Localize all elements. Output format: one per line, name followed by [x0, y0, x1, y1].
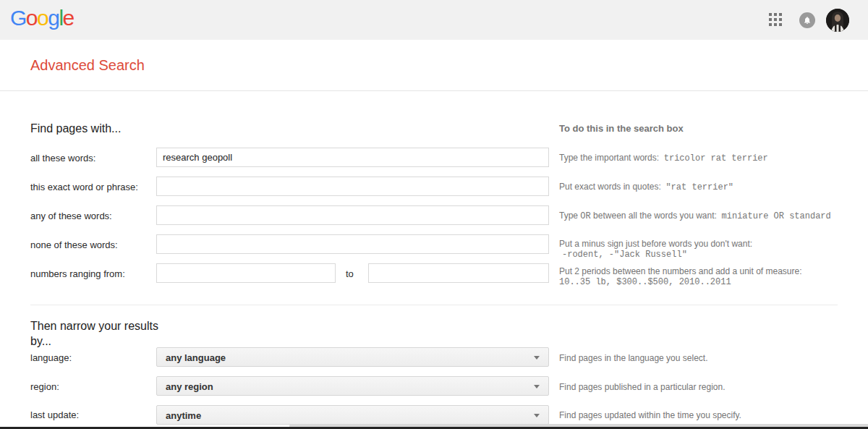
logo-letter: o — [37, 6, 48, 30]
logo-letter: G — [10, 6, 26, 30]
numbers-to-input[interactable] — [368, 263, 549, 283]
hint-important-words: Type the important words: tricolor rat t… — [559, 153, 863, 163]
language-dropdown[interactable]: any language — [156, 347, 549, 367]
hint-two-periods: Put 2 periods between the numbers and ad… — [559, 266, 863, 287]
to-label: to — [346, 268, 354, 279]
hint-minus-sign: Put a minus sign just before words you d… — [559, 239, 863, 260]
apps-grid-icon[interactable] — [769, 13, 783, 27]
search-box-hints-heading: To do this in the search box — [559, 123, 684, 134]
last-update-label: last update: — [30, 409, 79, 420]
title-bar: Advanced Search — [0, 40, 868, 91]
logo-letter: o — [26, 6, 37, 30]
google-logo[interactable]: Google — [10, 6, 74, 30]
advanced-search-page: Google — [0, 0, 868, 429]
logo-letter: e — [63, 6, 74, 30]
last-update-description: Find pages updated within the time you s… — [559, 410, 741, 420]
any-words-input[interactable] — [156, 205, 549, 225]
hint-or-between: Type OR between all the words you want: … — [559, 211, 863, 221]
chevron-down-icon — [534, 356, 540, 360]
any-words-label: any of these words: — [30, 211, 112, 221]
last-update-dropdown[interactable]: anytime — [156, 405, 549, 425]
logo-letter: g — [48, 6, 59, 30]
all-these-words-input[interactable] — [156, 148, 549, 167]
exact-phrase-label: this exact word or phrase: — [30, 182, 138, 192]
page-title: Advanced Search — [30, 57, 145, 74]
all-these-words-label: all these words: — [30, 153, 95, 163]
numbers-from-input[interactable] — [156, 263, 336, 283]
chevron-down-icon — [534, 385, 540, 388]
none-words-label: none of these words: — [30, 239, 118, 250]
hint-exact-quotes: Put exact words in quotes: "rat terrier" — [559, 182, 863, 192]
notification-bell-icon[interactable] — [799, 12, 815, 28]
find-pages-heading: Find pages with... — [30, 122, 121, 135]
none-words-input[interactable] — [156, 234, 549, 254]
user-avatar[interactable] — [826, 9, 849, 32]
chevron-down-icon — [534, 414, 540, 417]
region-description: Find pages published in a particular reg… — [559, 382, 725, 392]
google-top-bar: Google — [0, 0, 868, 40]
language-description: Find pages in the language you select. — [559, 353, 707, 363]
section-divider — [30, 305, 838, 305]
last-update-dropdown-value: anytime — [166, 410, 201, 421]
region-dropdown-value: any region — [166, 381, 213, 392]
region-dropdown[interactable]: any region — [156, 376, 549, 396]
language-label: language: — [30, 352, 72, 363]
language-dropdown-value: any language — [166, 352, 226, 363]
narrow-results-heading: Then narrow your results by... — [30, 318, 161, 349]
exact-phrase-input[interactable] — [156, 177, 549, 196]
region-label: region: — [30, 381, 59, 392]
numbers-ranging-label: numbers ranging from: — [30, 268, 125, 279]
